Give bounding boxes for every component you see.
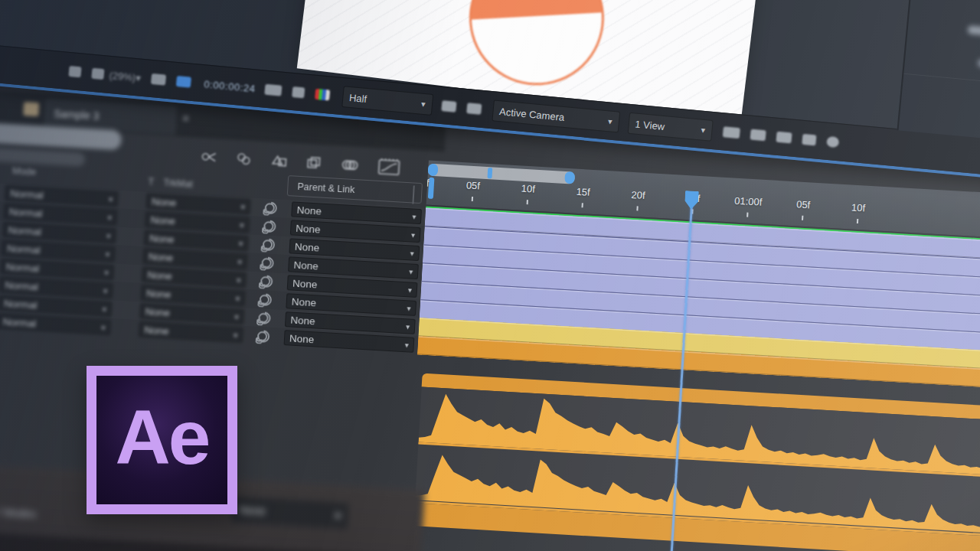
view-dropdown[interactable]: Active Camera ▾ (492, 99, 620, 132)
parent-value: None (289, 332, 315, 345)
trkmat-value: None (149, 232, 175, 245)
blend-mode-value: Normal (2, 315, 36, 328)
frame-blending-icon[interactable] (270, 154, 288, 168)
chevron-down-icon: ▾ (240, 220, 244, 229)
snapshot-camera-icon[interactable] (264, 84, 282, 96)
side-panel-item-blurred[interactable] (978, 59, 980, 73)
pick-whip-icon[interactable] (260, 236, 276, 253)
search-field-blurred[interactable] (0, 145, 86, 167)
chevron-down-icon: ▾ (101, 323, 106, 331)
channel-rgb-icon[interactable] (315, 89, 330, 101)
after-effects-logo: Ae (87, 366, 237, 514)
pick-whip-icon[interactable] (257, 292, 273, 308)
transparency-grid-icon[interactable] (466, 103, 482, 115)
blend-mode-value: Normal (10, 187, 44, 201)
mode-column-header[interactable]: Mode (12, 165, 37, 178)
side-panel-divider (903, 73, 980, 102)
trkmat-value: None (148, 250, 173, 263)
view-layout-value: 1 View (635, 118, 665, 132)
bottom-dropdown[interactable]: None ▾ (231, 497, 349, 530)
chevron-down-icon: ▾ (234, 312, 239, 321)
pick-whip-icon[interactable] (256, 310, 273, 326)
parent-link-label: Parent & Link (297, 181, 355, 194)
motion-blur-icon[interactable] (341, 158, 360, 172)
bottom-bar-shadow (0, 530, 421, 551)
trkmat-value: None (145, 305, 170, 318)
current-time-display[interactable]: 0:00:00:24 (204, 78, 256, 94)
chevron-down-icon: ▾ (411, 230, 416, 239)
chevron-down-icon: ▾ (406, 322, 410, 331)
blend-mode-value: Normal (8, 224, 41, 237)
after-effects-logo-text: Ae (116, 393, 209, 481)
chevron-down-icon: ▾ (103, 305, 107, 313)
view-value: Active Camera (499, 106, 565, 123)
timeline-tab-label: Sample 3 (54, 107, 100, 122)
side-panel-label-blurred (968, 25, 980, 38)
chevron-down-icon: ▾ (409, 267, 413, 276)
panel-menu-icon[interactable]: ≡ (182, 111, 190, 124)
fast-previews-icon[interactable] (776, 132, 792, 144)
shy-icon[interactable] (235, 152, 253, 166)
trkmat-value: None (147, 269, 172, 282)
exposure-icon[interactable] (826, 136, 839, 148)
timeline-track-area: 0:00f05f10f15f20f25f01:00f05f10f (396, 104, 980, 551)
chevron-down-icon: ▾ (103, 286, 108, 295)
chevron-down-icon: ▾ (237, 276, 241, 284)
grid-guides-icon[interactable] (91, 68, 104, 80)
parent-value: None (291, 295, 316, 308)
chevron-down-icon: ▾ (412, 212, 416, 220)
composition-color-icon (23, 102, 39, 116)
trkmat-value: None (146, 287, 172, 300)
mask-visibility-icon[interactable] (176, 76, 191, 88)
trkmat-value: None (144, 324, 169, 337)
magnification-value[interactable]: (29%) (109, 69, 136, 83)
pick-whip-icon[interactable] (259, 273, 275, 289)
chevron-down-icon: ▾ (408, 285, 413, 294)
view-layout-dropdown[interactable]: 1 View ▾ (627, 112, 713, 142)
t-column-header[interactable]: T (148, 177, 154, 187)
pick-whip-icon[interactable] (260, 255, 276, 271)
pixel-aspect-icon[interactable] (750, 129, 766, 142)
audio-layer-clip[interactable] (402, 104, 980, 551)
pick-whip-icon[interactable] (256, 328, 272, 344)
toggle-switches-modes-button[interactable]: Toggle Switches / Modes (0, 501, 71, 522)
chevron-down-icon: ▾ (421, 99, 426, 109)
chevron-down-icon: ▾ (701, 125, 706, 135)
chevron-down-icon: ▾ (104, 268, 109, 276)
motion-blur-layers-icon[interactable] (305, 155, 323, 170)
chevron-down-icon: ▾ (106, 249, 110, 258)
blend-mode-value: Normal (5, 279, 38, 292)
chevron-down-icon: ▾ (608, 116, 613, 126)
flowchart-icon[interactable] (802, 134, 816, 146)
chevron-down-icon: ▾ (109, 194, 113, 203)
chevron-down-icon: ▾ (236, 294, 240, 302)
parent-value: None (292, 277, 318, 290)
share-view-icon[interactable] (722, 126, 740, 139)
chevron-down-icon: ▾ (107, 213, 112, 221)
resolution-dropdown[interactable]: Half ▾ (341, 86, 433, 116)
ruler-toggle-icon[interactable] (151, 73, 166, 86)
chevron-down-icon: ▾ (410, 249, 414, 257)
blend-mode-value: Normal (9, 206, 43, 219)
trkmat-column-header[interactable]: TrkMat (163, 178, 193, 190)
show-snapshot-icon[interactable] (292, 86, 305, 98)
parent-value: None (296, 204, 322, 217)
chevron-down-icon: ▾ (106, 231, 111, 240)
parent-value: None (296, 222, 321, 235)
parent-value: None (293, 259, 318, 272)
trkmat-dropdown[interactable]: None ▾ (139, 321, 243, 343)
magnification-icon[interactable] (68, 66, 81, 77)
chevron-down-icon: ▾ (407, 304, 411, 312)
blend-mode-value: Normal (7, 243, 41, 256)
chevron-down-icon: ▾ (234, 331, 238, 339)
chevron-down-icon: ▾ (237, 257, 242, 266)
pick-whip-icon[interactable] (263, 200, 279, 216)
trkmat-value: None (152, 195, 177, 208)
quality-icon[interactable] (200, 149, 217, 164)
region-of-interest-icon[interactable] (441, 100, 456, 112)
graph-editor-icon[interactable] (377, 158, 400, 178)
bottom-dropdown-value: None (240, 504, 266, 517)
pick-whip-icon[interactable] (262, 218, 278, 234)
chevron-down-icon: ▾ (335, 509, 341, 521)
trkmat-value: None (150, 214, 175, 227)
